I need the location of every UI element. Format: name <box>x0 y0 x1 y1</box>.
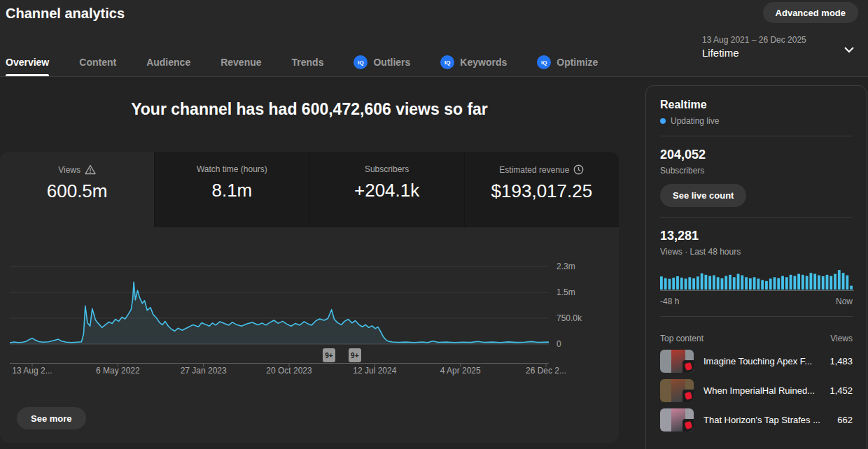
warning-icon <box>85 164 96 175</box>
live-dot-icon <box>660 118 666 124</box>
divider <box>660 316 853 317</box>
clock-icon <box>573 164 584 175</box>
date-range-label: Lifetime <box>702 47 806 59</box>
video-title: When ImperialHal Ruined... <box>704 385 820 396</box>
metric-label: Views <box>58 165 80 175</box>
see-more-button[interactable]: See more <box>17 407 86 429</box>
x-tick-label: 6 May 2022 <box>96 366 140 376</box>
main-content: Your channel has had 600,472,606 views s… <box>0 77 868 449</box>
tab-label: Outliers <box>373 57 410 68</box>
realtime-status: Updating live <box>660 116 853 126</box>
y-tick-label: 0 <box>556 339 561 349</box>
metric-tab-watch-time-hours-[interactable]: Watch time (hours)8.1m <box>154 152 309 227</box>
iq-badge-icon: IQ <box>440 55 454 69</box>
metric-tab-views[interactable]: Views600.5m <box>0 152 154 227</box>
see-live-count-button[interactable]: See live count <box>660 184 746 207</box>
tab-label: Revenue <box>220 57 261 68</box>
tab-label: Content <box>79 57 116 68</box>
metric-label: Subscribers <box>365 164 409 174</box>
x-tick-label: 20 Oct 2023 <box>266 366 312 376</box>
date-range-picker[interactable]: 13 Aug 2021 – 26 Dec 2025 Lifetime <box>702 35 806 59</box>
metric-tab-estimated-revenue[interactable]: Estimated revenue$193,017.25 <box>464 152 619 227</box>
top-content-row[interactable]: That Horizon's Tap Strafes ...662 <box>660 408 853 432</box>
realtime-title: Realtime <box>660 99 853 111</box>
tab-revenue[interactable]: Revenue <box>220 48 261 76</box>
metric-value: +204.1k <box>354 180 419 201</box>
tab-label: Trends <box>292 57 324 68</box>
realtime-bar-axis: -48 h Now <box>660 297 853 306</box>
metric-value: 8.1m <box>211 180 252 201</box>
video-title: That Horizon's Tap Strafes ... <box>704 415 827 425</box>
x-tick-label: 13 Aug 2... <box>12 366 52 376</box>
video-title: Imagine Touching Apex F... <box>704 356 820 366</box>
views-column-label: Views <box>830 334 853 343</box>
axis-left-label: -48 h <box>660 297 679 306</box>
tab-content[interactable]: Content <box>79 48 116 76</box>
tab-audience[interactable]: Audience <box>146 48 190 76</box>
iq-badge-icon: IQ <box>354 55 368 69</box>
advanced-mode-button[interactable]: Advanced mode <box>763 2 858 23</box>
page-title: Channel analytics <box>6 6 125 22</box>
top-content-label: Top content <box>660 334 704 343</box>
realtime-subscribers-label: Subscribers <box>660 166 853 176</box>
video-thumbnail <box>660 408 694 432</box>
axis-right-label: Now <box>836 297 853 306</box>
realtime-status-text: Updating live <box>671 116 719 126</box>
channel-views-headline: Your channel has had 600,472,606 views s… <box>0 100 619 119</box>
realtime-bar-chart <box>660 265 854 293</box>
analytics-chart-card: Views600.5mWatch time (hours)8.1mSubscri… <box>0 152 619 443</box>
x-tick-label: 4 Apr 2025 <box>440 366 481 376</box>
divider <box>660 217 853 218</box>
date-range-text: 13 Aug 2021 – 26 Dec 2025 <box>702 35 806 45</box>
top-content-list: Imagine Touching Apex F...1,483 When Imp… <box>660 350 853 432</box>
tab-label: Keywords <box>460 57 507 68</box>
tab-outliers[interactable]: IQOutliers <box>354 48 410 76</box>
metric-tab-subscribers[interactable]: Subscribers+204.1k <box>309 152 464 227</box>
tab-overview[interactable]: Overview <box>6 48 49 76</box>
realtime-card: Realtime Updating live 204,052 Subscribe… <box>645 85 867 449</box>
metric-label: Watch time (hours) <box>197 164 267 174</box>
top-content-row[interactable]: Imagine Touching Apex F...1,483 <box>660 350 853 373</box>
video-thumbnail <box>660 350 694 373</box>
x-tick-label: 12 Jul 2024 <box>353 366 396 376</box>
tab-trends[interactable]: Trends <box>292 48 324 76</box>
video-views: 662 <box>837 415 853 425</box>
iq-badge-icon: IQ <box>537 55 551 69</box>
metric-value: $193,017.25 <box>491 180 593 202</box>
app-header: Channel analytics Advanced mode Overview… <box>0 0 868 77</box>
divider <box>660 136 853 136</box>
tab-label: Overview <box>6 57 49 68</box>
realtime-subscriber-count: 204,052 <box>660 148 853 162</box>
realtime-views-label: Views · Last 48 hours <box>660 247 853 257</box>
events-marker-badge[interactable]: 9+ <box>349 348 361 362</box>
video-views: 1,483 <box>830 356 853 366</box>
metric-label: Estimated revenue <box>499 165 569 175</box>
events-marker-badge[interactable]: 9+ <box>323 348 335 362</box>
tab-optimize[interactable]: IQOptimize <box>537 48 598 76</box>
y-tick-label: 750.0k <box>556 313 582 323</box>
chevron-down-icon[interactable] <box>841 42 857 60</box>
x-tick-label: 27 Jan 2023 <box>181 366 227 376</box>
analytics-tabbar: OverviewContentAudienceRevenueTrendsIQOu… <box>6 48 598 76</box>
x-tick-label: 26 Dec 2... <box>526 366 566 376</box>
top-content-header: Top content Views <box>660 334 853 343</box>
y-tick-label: 2.3m <box>556 262 575 271</box>
metric-tab-row: Views600.5mWatch time (hours)8.1mSubscri… <box>0 152 619 227</box>
tab-label: Optimize <box>556 57 598 68</box>
realtime-views-count: 13,281 <box>660 229 853 243</box>
video-views: 1,452 <box>830 385 853 396</box>
y-tick-label: 1.5m <box>556 287 575 297</box>
tab-label: Audience <box>146 57 190 68</box>
video-thumbnail <box>660 379 694 402</box>
tab-keywords[interactable]: IQKeywords <box>440 48 507 76</box>
top-content-row[interactable]: When ImperialHal Ruined...1,452 <box>660 379 853 402</box>
metric-value: 600.5m <box>47 180 108 202</box>
